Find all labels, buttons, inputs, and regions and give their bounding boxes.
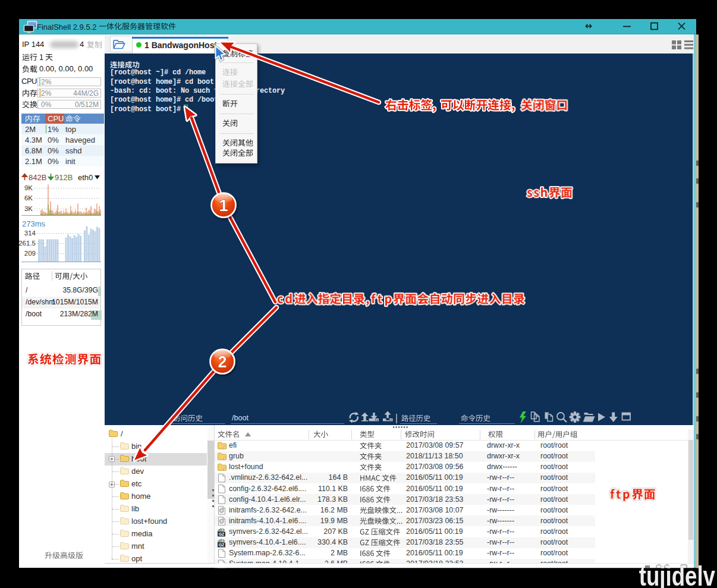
svg-text:tujidelv: tujidelv bbox=[639, 561, 716, 588]
svg-text:GZ: GZ bbox=[219, 543, 225, 547]
svg-text:209: 209 bbox=[24, 250, 36, 257]
svg-text:9K: 9K bbox=[24, 184, 33, 191]
svg-text:2: 2 bbox=[218, 353, 227, 371]
svg-text:1: 1 bbox=[219, 197, 228, 215]
svg-text:261.5: 261.5 bbox=[18, 240, 36, 247]
svg-text:3K: 3K bbox=[24, 205, 33, 212]
svg-text:314: 314 bbox=[24, 229, 36, 237]
svg-text:6K: 6K bbox=[24, 194, 33, 202]
svg-text:GZ: GZ bbox=[219, 532, 225, 536]
